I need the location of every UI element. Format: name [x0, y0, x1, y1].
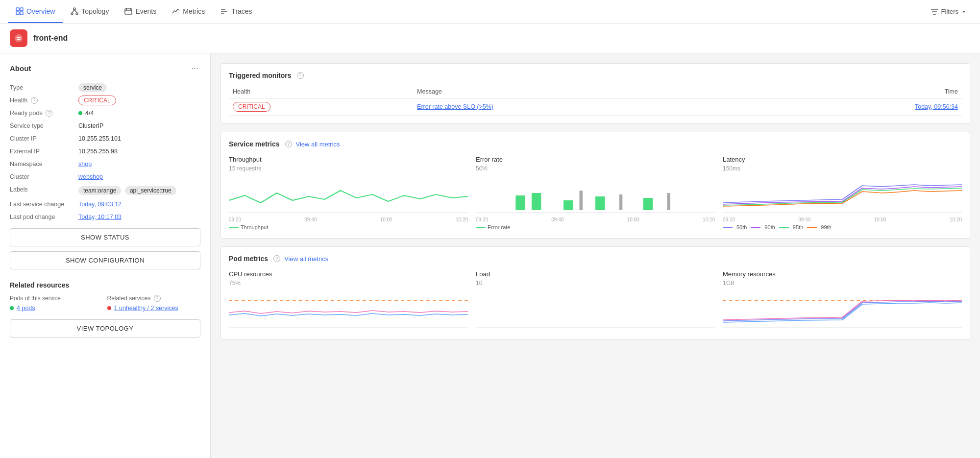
50th-legend-line	[723, 227, 733, 228]
chevron-down-icon	[961, 9, 966, 14]
health-info-icon[interactable]: ?	[31, 97, 38, 104]
error-rate-chart	[476, 176, 715, 215]
top-nav: Overview Topology Events Metrics Tr	[0, 0, 980, 24]
namespace-link[interactable]: shop	[78, 161, 92, 168]
service-logo	[14, 33, 24, 43]
svg-rect-9	[125, 9, 132, 14]
triggered-monitors-card: Triggered monitors ? Health Message Time…	[220, 63, 970, 124]
svg-rect-25	[667, 193, 670, 210]
show-configuration-button[interactable]: SHOW CONFIGURATION	[10, 251, 200, 269]
pods-item: 4 pods	[10, 305, 103, 312]
last-service-change-link[interactable]: Today, 09:03:12	[78, 201, 122, 208]
monitor-time-link[interactable]: Today, 09:56:34	[915, 103, 958, 110]
monitor-message-link[interactable]: Error rate above SLO (>5%)	[417, 103, 493, 110]
pod-metrics-view-all[interactable]: View all metrics	[284, 255, 328, 263]
svg-rect-1	[20, 8, 23, 11]
tab-traces[interactable]: Traces	[213, 0, 260, 23]
about-title: About	[10, 64, 31, 72]
services-item: 1 unhealthy / 2 services	[107, 305, 201, 312]
overview-icon	[16, 7, 24, 15]
cluster-ip-row: Cluster IP 10.255.255.101	[10, 132, 200, 145]
monitor-health-badge: CRITICAL	[233, 102, 270, 112]
type-row: Type service	[10, 81, 200, 94]
services-link[interactable]: 1 unhealthy / 2 services	[114, 305, 178, 312]
svg-rect-19	[532, 193, 541, 210]
95th-legend-line	[779, 227, 789, 228]
tab-overview[interactable]: Overview	[8, 0, 63, 23]
filters-button[interactable]: Filters	[925, 5, 972, 19]
service-metrics-title: Service metrics	[229, 140, 280, 148]
pods-info-icon[interactable]: ?	[46, 110, 52, 117]
throughput-legend-line	[229, 227, 239, 228]
labels-row: Labels team:orange api_service:true	[10, 183, 200, 198]
right-panel: Triggered monitors ? Health Message Time…	[211, 53, 980, 458]
pod-metrics-title: Pod metrics	[229, 255, 268, 263]
triggered-monitors-title: Triggered monitors	[229, 72, 292, 79]
memory-metric: Memory resources 1GB	[723, 270, 962, 332]
throughput-chart	[229, 176, 468, 215]
service-metrics-view-all[interactable]: View all metrics	[296, 141, 340, 148]
filter-icon	[931, 8, 938, 16]
memory-chart	[723, 290, 962, 330]
traces-icon	[220, 7, 228, 15]
tab-topology[interactable]: Topology	[63, 0, 117, 23]
svg-line-7	[72, 10, 74, 13]
last-pod-change-row: Last pod change Today, 10:17:03	[10, 211, 200, 223]
pod-metrics-header: Pod metrics ? View all metrics	[229, 255, 962, 263]
services-dot	[107, 306, 111, 310]
events-icon	[124, 7, 132, 15]
pods-status-dot	[78, 111, 82, 115]
last-pod-change-link[interactable]: Today, 10:17:03	[78, 214, 122, 220]
monitors-table-header: Health Message Time	[229, 85, 962, 98]
service-icon	[10, 29, 27, 47]
type-badge: service	[78, 83, 107, 92]
pods-dot	[10, 306, 14, 310]
tab-events[interactable]: Events	[117, 0, 164, 23]
service-header: front-end	[0, 24, 980, 53]
label-badge-0: team:orange	[78, 186, 121, 195]
pod-metrics-info-icon[interactable]: ?	[273, 255, 280, 262]
99th-legend-line	[807, 227, 817, 228]
throughput-axis: 09:2009:4010:0010:20	[229, 217, 468, 222]
monitors-info-icon[interactable]: ?	[297, 72, 304, 79]
health-badge: CRITICAL	[78, 96, 116, 105]
cluster-link[interactable]: webshop	[78, 173, 103, 180]
svg-rect-20	[564, 200, 573, 210]
more-options-button[interactable]: ···	[189, 63, 200, 73]
svg-rect-23	[619, 194, 623, 210]
about-section-header: About ···	[10, 63, 200, 73]
pod-metrics-grid: CPU resources 75% Load 10	[229, 270, 962, 332]
main-layout: About ··· Type service Health ? CRITICAL…	[0, 53, 980, 458]
svg-rect-2	[16, 12, 19, 15]
nav-tabs: Overview Topology Events Metrics Tr	[8, 0, 260, 23]
service-metrics-info-icon[interactable]: ?	[285, 141, 292, 147]
monitor-row: CRITICAL Error rate above SLO (>5%) Toda…	[229, 98, 962, 116]
load-metric: Load 10	[476, 270, 715, 332]
pod-metrics-card: Pod metrics ? View all metrics CPU resou…	[220, 246, 970, 340]
svg-line-8	[74, 10, 77, 13]
error-rate-metric: Error rate 50%	[476, 156, 715, 230]
cluster-row: Cluster webshop	[10, 170, 200, 183]
pods-link[interactable]: 4 pods	[17, 305, 35, 312]
latency-metric: Latency 150ms 09:2009:4010:00	[723, 156, 962, 230]
svg-point-6	[76, 13, 78, 15]
tab-metrics[interactable]: Metrics	[164, 0, 213, 23]
triggered-monitors-header: Triggered monitors ?	[229, 72, 962, 79]
cpu-metric: CPU resources 75%	[229, 270, 468, 332]
about-table: Type service Health ? CRITICAL Ready pod…	[10, 81, 200, 223]
throughput-metric: Throughput 15 request/s 09:2009:4010:001…	[229, 156, 468, 230]
service-metrics-card: Service metrics ? View all metrics Throu…	[220, 132, 970, 239]
svg-rect-18	[515, 195, 525, 210]
svg-point-16	[15, 34, 23, 42]
services-col: Related services ? 1 unhealthy / 2 servi…	[107, 295, 201, 312]
service-metrics-grid: Throughput 15 request/s 09:2009:4010:001…	[229, 156, 962, 230]
label-badge-1: api_service:true	[125, 186, 176, 195]
cpu-chart	[229, 290, 468, 330]
show-status-button[interactable]: SHOW STATUS	[10, 228, 200, 246]
svg-point-4	[74, 8, 75, 10]
related-title: Related resources	[10, 281, 200, 289]
svg-rect-22	[595, 196, 605, 210]
view-topology-button[interactable]: VIEW TOPOLOGY	[10, 319, 200, 337]
services-info-icon[interactable]: ?	[154, 295, 161, 302]
svg-rect-24	[643, 198, 653, 210]
